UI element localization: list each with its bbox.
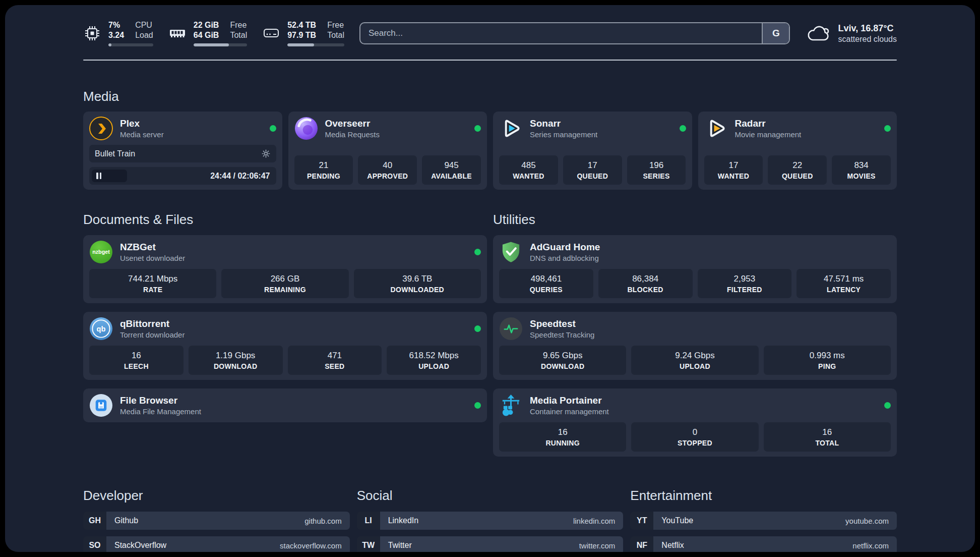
stat-tile: 945AVAILABLE — [422, 155, 481, 185]
link-row-stackoverflow[interactable]: SO StackOverflow stackoverflow.com — [83, 536, 350, 552]
link-name: LinkedIn — [388, 516, 419, 525]
app-card-nzbget[interactable]: nzbget NZBGet Usenet downloader 744.21 M… — [83, 235, 487, 303]
stat-tile: 471SEED — [288, 346, 382, 375]
cpu-icon — [83, 24, 101, 42]
link-row-youtube[interactable]: YT YouTube youtube.com — [630, 512, 897, 530]
pause-icon — [96, 173, 98, 179]
search-input[interactable] — [359, 22, 790, 44]
cpu-load-value: 3.24 — [108, 30, 124, 40]
stat-tile: 0STOPPED — [631, 422, 758, 452]
link-row-github[interactable]: GH Github github.com — [83, 512, 350, 530]
link-name: StackOverflow — [114, 541, 166, 550]
stat-tile: 196SERIES — [627, 155, 686, 185]
cpu-stat: 7% 3.24 CPU Load — [83, 20, 153, 46]
pause-button[interactable] — [92, 170, 127, 182]
stat-tile: 9.65 GbpsDOWNLOAD — [499, 346, 626, 375]
app-card-adguard[interactable]: AdGuard Home DNS and adblocking 498,461Q… — [493, 235, 897, 303]
app-name: Media Portainer — [530, 395, 609, 407]
section-title-entertainment: Entertainment — [630, 488, 897, 504]
app-name: AdGuard Home — [530, 241, 600, 253]
link-name: Netflix — [661, 541, 684, 550]
link-badge: NF — [630, 536, 653, 552]
app-card-portainer[interactable]: Media Portainer Container management 16R… — [493, 388, 897, 457]
google-search-button[interactable]: G — [762, 23, 789, 43]
stat-tile: 744.21 MbpsRATE — [89, 269, 216, 298]
speedtest-icon — [499, 317, 523, 341]
app-card-filebrowser[interactable]: File Browser Media File Management — [83, 388, 487, 422]
svg-text:qb: qb — [97, 325, 106, 333]
app-name: Overseerr — [325, 118, 380, 130]
cpu-usage-value: 7% — [108, 20, 124, 30]
status-dot — [474, 325, 481, 332]
stat-tile: 21PENDING — [294, 155, 353, 185]
disk-icon — [262, 24, 280, 42]
now-playing-row: Bullet Train — [89, 145, 276, 162]
link-badge: YT — [630, 512, 653, 530]
status-dot — [680, 125, 686, 132]
ram-icon — [168, 24, 187, 42]
weather-location-temp: Lviv, 16.87°C — [838, 23, 897, 34]
stat-tile: 22QUEUED — [768, 155, 827, 185]
app-subtitle: Media Requests — [325, 130, 380, 139]
documents-column: Documents & Files nzbget NZBGet — [83, 212, 487, 457]
app-subtitle: Usenet downloader — [120, 253, 185, 263]
link-row-twitter[interactable]: TW Twitter twitter.com — [357, 536, 624, 552]
link-url: linkedin.com — [573, 517, 615, 525]
stat-tile: 2,953FILTERED — [698, 269, 792, 298]
link-url: youtube.com — [845, 517, 889, 525]
ram-total-value: 64 GiB — [194, 30, 219, 40]
stat-tile: 266 GBREMAINING — [221, 269, 348, 298]
status-dot — [474, 249, 481, 255]
stat-tile: 618.52 MbpsUPLOAD — [387, 346, 481, 375]
link-url: netflix.com — [852, 541, 889, 550]
app-subtitle: Torrent downloader — [120, 330, 185, 340]
entertainment-links-column: Entertainment YT YouTube youtube.com NF … — [630, 488, 897, 552]
developer-links-column: Developer GH Github github.com SO StackO… — [83, 488, 350, 552]
stat-tile: 17WANTED — [704, 155, 763, 185]
plex-icon — [89, 117, 113, 140]
stat-tile: 0.993 msPING — [764, 346, 891, 375]
ram-progress-bar — [194, 43, 247, 46]
status-dot — [884, 402, 891, 409]
link-url: github.com — [304, 517, 341, 525]
dashboard-panel: 7% 3.24 CPU Load — [5, 5, 975, 552]
app-card-speedtest[interactable]: Speedtest Speedtest Tracking 9.65 GbpsDO… — [493, 312, 897, 380]
app-name: File Browser — [120, 395, 201, 407]
link-name: YouTube — [661, 516, 693, 525]
app-name: Radarr — [735, 118, 802, 130]
status-dot — [474, 125, 481, 132]
app-subtitle: Media server — [120, 130, 164, 139]
app-card-plex[interactable]: Plex Media server Bullet Train — [83, 112, 282, 190]
link-row-linkedin[interactable]: LI LinkedIn linkedin.com — [357, 512, 624, 530]
weather-condition: scattered clouds — [838, 34, 897, 44]
cpu-progress-bar — [108, 43, 153, 46]
now-playing-title: Bullet Train — [95, 149, 135, 158]
playback-progress-row: 24:44 / 02:06:47 — [89, 167, 276, 185]
utilities-column: Utilities AdGuard Home DNS and — [493, 212, 897, 457]
app-card-overseerr[interactable]: Overseerr Media Requests 21PENDING 40APP… — [288, 112, 487, 190]
app-subtitle: Movie management — [735, 130, 802, 139]
stat-tile: 47.571 msLATENCY — [797, 269, 891, 298]
app-subtitle: DNS and adblocking — [530, 253, 600, 263]
cpu-usage-label: CPU — [135, 20, 153, 30]
link-badge: GH — [83, 512, 106, 530]
link-row-netflix[interactable]: NF Netflix netflix.com — [630, 536, 897, 552]
search-bar: G — [359, 22, 790, 44]
disk-stat: 52.4 TB 97.9 TB Free Total — [262, 20, 344, 46]
section-title-social: Social — [357, 488, 624, 504]
link-badge: TW — [357, 536, 380, 552]
status-dot — [474, 402, 481, 409]
disk-total-label: Total — [327, 30, 344, 40]
stat-tile: 17QUEUED — [563, 155, 622, 185]
qbittorrent-icon: qb — [89, 317, 113, 341]
app-card-qbittorrent[interactable]: qb qBittorrent Torrent downloader 16LEEC… — [83, 312, 487, 380]
stat-tile: 16RUNNING — [499, 422, 626, 452]
playback-time: 24:44 / 02:06:47 — [210, 172, 273, 181]
filebrowser-icon — [89, 394, 113, 417]
social-links-column: Social LI LinkedIn linkedin.com TW Twitt… — [357, 488, 624, 552]
gear-icon[interactable] — [261, 149, 271, 158]
section-title-utilities: Utilities — [493, 212, 897, 228]
section-title-documents: Documents & Files — [83, 212, 487, 228]
app-card-sonarr[interactable]: Sonarr Series management 485WANTED 17QUE… — [493, 112, 692, 190]
app-card-radarr[interactable]: Radarr Movie management 17WANTED 22QUEUE… — [698, 112, 897, 190]
